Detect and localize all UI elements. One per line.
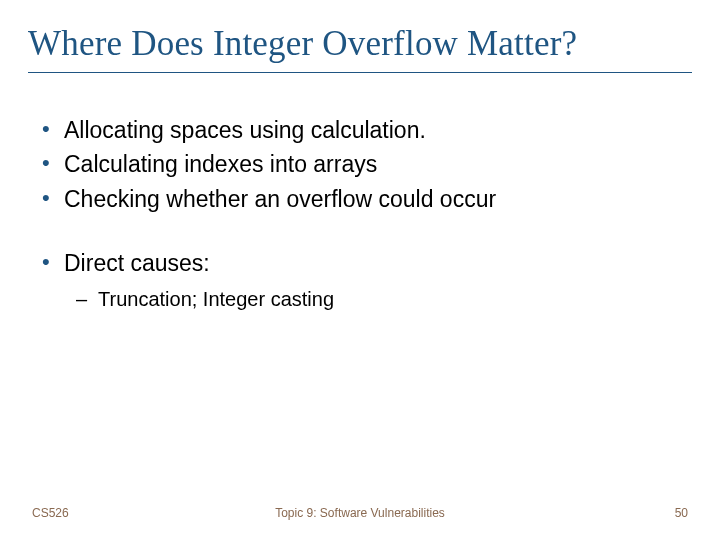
slide-footer: CS526 Topic 9: Software Vulnerabilities … — [0, 506, 720, 520]
slide: Where Does Integer Overflow Matter? Allo… — [0, 0, 720, 540]
bullet-text: Direct causes: — [64, 250, 210, 276]
bullet-list: Allocating spaces using calculation. Cal… — [38, 115, 692, 214]
sub-bullet-item: Truncation; Integer casting — [70, 286, 692, 312]
footer-center: Topic 9: Software Vulnerabilities — [275, 506, 445, 520]
bullet-item: Checking whether an overflow could occur — [38, 184, 692, 214]
footer-page-number: 50 — [675, 506, 688, 520]
slide-title: Where Does Integer Overflow Matter? — [28, 24, 692, 64]
bullet-item: Allocating spaces using calculation. — [38, 115, 692, 145]
title-underline — [28, 72, 692, 73]
slide-body: Allocating spaces using calculation. Cal… — [28, 115, 692, 313]
footer-left: CS526 — [32, 506, 69, 520]
spacer — [38, 218, 692, 248]
bullet-list-2: Direct causes: Truncation; Integer casti… — [38, 248, 692, 313]
bullet-item: Direct causes: Truncation; Integer casti… — [38, 248, 692, 313]
sub-bullet-list: Truncation; Integer casting — [64, 286, 692, 312]
bullet-item: Calculating indexes into arrays — [38, 149, 692, 179]
